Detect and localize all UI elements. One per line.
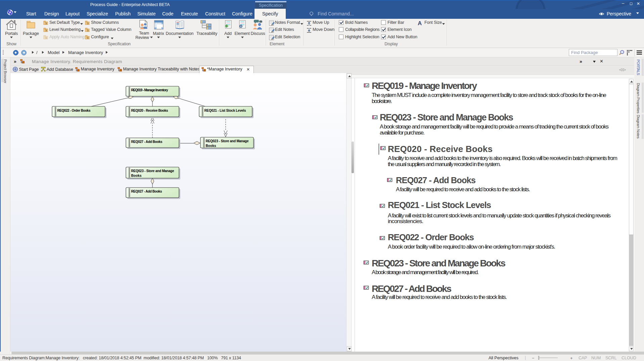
svg-text:REQ023 - Store and Manage Book: REQ023 - Store and Manage Books [372,258,506,268]
svg-text:REQ021 - List Stock Levels: REQ021 - List Stock Levels [204,109,246,112]
svg-text:inconsistencies.: inconsistencies. [388,218,423,224]
svg-text:REQ022 - Order Books: REQ022 - Order Books [388,232,474,242]
svg-text:REQ027 - Add Books: REQ027 - Add Books [131,190,162,193]
svg-text:A facility will be required to: A facility will be required to receive a… [396,186,530,193]
svg-text:REQ020 - Receive Books: REQ020 - Receive Books [388,144,493,154]
svg-text:REQ023 - Store and Manage Book: REQ023 - Store and Manage Books [380,112,513,122]
svg-text:the usual suppliers and manual: the usual suppliers and manually recorde… [388,161,501,167]
svg-text:REQ027 - Add Books: REQ027 - Add Books [396,175,476,185]
svg-text:REQ019 - Manage Inventory: REQ019 - Manage Inventory [372,81,477,91]
svg-text:A book storage and management: A book storage and management facility w… [372,269,479,275]
svg-text:A book order facility will be: A book order facility will be required t… [388,244,555,250]
svg-text:Books: Books [206,144,216,148]
svg-text:REQ022 - Order Books: REQ022 - Order Books [57,109,91,112]
svg-text:Books: Books [131,174,142,177]
svg-text:A book storage and management: A book storage and management facility w… [380,123,609,130]
svg-text:bookstore.: bookstore. [372,98,392,104]
svg-text:REQ023 - Store and Manage: REQ023 - Store and Manage [131,169,174,173]
svg-text:REQ023 - Store and Manage: REQ023 - Store and Manage [206,139,249,143]
svg-text:The system MUST include a comp: The system MUST include a complete inven… [372,92,606,98]
svg-text:REQ027 - Add Books: REQ027 - Add Books [131,140,163,144]
svg-text:A facility will be required to: A facility will be required to receive a… [372,294,507,300]
svg-text:REQ020 - Receive Books: REQ020 - Receive Books [131,109,168,112]
svg-text:available for purchase.: available for purchase. [380,130,425,136]
svg-text:REQ019 - Manage Inventory: REQ019 - Manage Inventory [131,88,168,92]
svg-text:A facility to receive and add: A facility to receive and add books to t… [388,155,617,161]
svg-text:REQ027 - Add Books: REQ027 - Add Books [372,283,452,294]
svg-text:REQ021 - List Stock Levels: REQ021 - List Stock Levels [388,200,491,210]
